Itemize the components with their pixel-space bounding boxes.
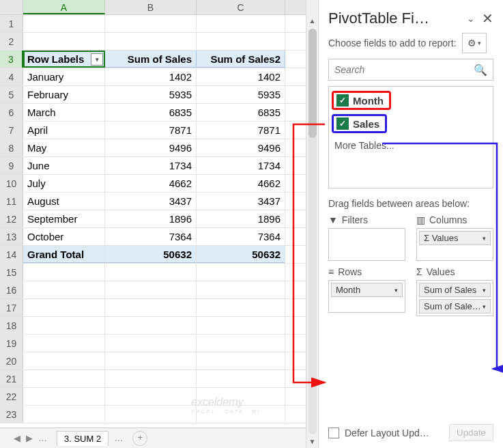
- checkbox-checked-icon[interactable]: ✓: [336, 117, 349, 130]
- col-header-b[interactable]: B: [105, 0, 197, 14]
- rows-dropzone[interactable]: Month▾: [328, 280, 405, 313]
- filter-dropdown-icon[interactable]: ▾: [91, 53, 103, 66]
- chevron-down-icon[interactable]: ⌄: [467, 13, 475, 24]
- chevron-down-icon[interactable]: ▾: [394, 287, 398, 294]
- cell[interactable]: 3437: [105, 193, 197, 210]
- cell[interactable]: 7364: [197, 228, 285, 245]
- filters-dropzone[interactable]: [328, 228, 405, 261]
- cell[interactable]: October: [23, 228, 105, 245]
- cell[interactable]: 9496: [105, 139, 197, 156]
- close-icon[interactable]: ✕: [482, 10, 493, 27]
- cell[interactable]: 1734: [105, 157, 197, 174]
- grid[interactable]: 1 2 3 Row Labels▾ Sum of Sales Sum of Sa…: [0, 15, 306, 428]
- chevron-down-icon[interactable]: ▾: [483, 303, 486, 310]
- row-header[interactable]: 5: [0, 86, 23, 103]
- col-header-c[interactable]: C: [197, 0, 285, 14]
- cell[interactable]: [23, 264, 105, 281]
- row-header[interactable]: 9: [0, 157, 23, 174]
- chevron-down-icon[interactable]: ▾: [483, 287, 486, 294]
- cell[interactable]: [197, 352, 285, 369]
- row-header[interactable]: 2: [0, 33, 23, 50]
- cell[interactable]: 6835: [197, 104, 285, 121]
- cell[interactable]: [23, 370, 105, 387]
- cell[interactable]: [23, 317, 105, 334]
- cell[interactable]: [23, 335, 105, 352]
- cell[interactable]: Sum of Sales: [105, 51, 197, 68]
- cell[interactable]: September: [23, 210, 105, 227]
- row-header[interactable]: 3: [0, 51, 23, 68]
- scroll-up-icon[interactable]: ▲: [309, 15, 316, 27]
- row-header[interactable]: 10: [0, 175, 23, 192]
- columns-dropzone[interactable]: Σ Values▾: [416, 228, 493, 261]
- cell[interactable]: March: [23, 104, 105, 121]
- row-header[interactable]: 15: [0, 264, 23, 281]
- columns-pill[interactable]: Σ Values▾: [419, 231, 491, 245]
- cell[interactable]: 5935: [105, 86, 197, 103]
- cell[interactable]: [105, 317, 197, 334]
- cell[interactable]: 1402: [105, 68, 197, 85]
- cell[interactable]: [197, 370, 285, 387]
- cell[interactable]: May: [23, 139, 105, 156]
- cell[interactable]: 1402: [197, 68, 285, 85]
- chevron-down-icon[interactable]: ▾: [483, 235, 486, 242]
- cell[interactable]: [23, 352, 105, 369]
- rows-pill-month[interactable]: Month▾: [331, 283, 403, 297]
- cell[interactable]: [105, 388, 197, 405]
- cell[interactable]: Grand Total: [23, 246, 105, 263]
- row-header[interactable]: 13: [0, 228, 23, 245]
- values-pill-2[interactable]: Sum of Sale…▾: [419, 299, 491, 313]
- cell[interactable]: [23, 15, 105, 32]
- row-header[interactable]: 18: [0, 317, 23, 334]
- cell[interactable]: [197, 281, 285, 298]
- cell[interactable]: [197, 264, 285, 281]
- row-header[interactable]: 17: [0, 299, 23, 316]
- cell[interactable]: February: [23, 86, 105, 103]
- cell[interactable]: [23, 388, 105, 405]
- update-button[interactable]: Update: [449, 424, 493, 441]
- cell[interactable]: [105, 335, 197, 352]
- cell[interactable]: 4662: [197, 175, 285, 192]
- row-header[interactable]: 14: [0, 246, 23, 263]
- cell[interactable]: June: [23, 157, 105, 174]
- row-header[interactable]: 7: [0, 122, 23, 139]
- cell[interactable]: 4662: [105, 175, 197, 192]
- row-header[interactable]: 19: [0, 335, 23, 352]
- cell[interactable]: 7871: [197, 122, 285, 139]
- row-header[interactable]: 4: [0, 68, 23, 85]
- cell[interactable]: [105, 352, 197, 369]
- more-tables-link[interactable]: More Tables...: [332, 137, 490, 154]
- cell[interactable]: 1896: [105, 210, 197, 227]
- row-header[interactable]: 12: [0, 210, 23, 227]
- cell[interactable]: [23, 33, 105, 50]
- cell[interactable]: [105, 33, 197, 50]
- cell[interactable]: 50632: [105, 246, 197, 263]
- cell[interactable]: [197, 317, 285, 334]
- row-header[interactable]: 6: [0, 104, 23, 121]
- cell[interactable]: [23, 406, 105, 423]
- col-header-a[interactable]: A: [23, 0, 105, 14]
- tab-nav-prev-icon[interactable]: ◀: [14, 433, 20, 443]
- field-sales[interactable]: ✓ Sales: [332, 114, 387, 133]
- cell[interactable]: [197, 388, 285, 405]
- cell[interactable]: 1734: [197, 157, 285, 174]
- checkbox-checked-icon[interactable]: ✓: [336, 94, 349, 107]
- cell[interactable]: 5935: [197, 86, 285, 103]
- row-header[interactable]: 23: [0, 406, 23, 423]
- cell[interactable]: 9496: [197, 139, 285, 156]
- row-header[interactable]: 11: [0, 193, 23, 210]
- scroll-track[interactable]: [308, 29, 317, 434]
- cell[interactable]: [105, 264, 197, 281]
- cell[interactable]: 6835: [105, 104, 197, 121]
- settings-button[interactable]: ⚙ ▾: [462, 33, 487, 53]
- cell[interactable]: [105, 15, 197, 32]
- cell[interactable]: [23, 299, 105, 316]
- cell[interactable]: 7364: [105, 228, 197, 245]
- row-header[interactable]: 8: [0, 139, 23, 156]
- cell[interactable]: 7871: [105, 122, 197, 139]
- cell[interactable]: [197, 406, 285, 423]
- sheet-tab-active[interactable]: 3. SUM 2: [57, 431, 109, 446]
- cell[interactable]: 1896: [197, 210, 285, 227]
- row-header[interactable]: 22: [0, 388, 23, 405]
- vertical-scrollbar[interactable]: ▲ ▼: [306, 0, 318, 448]
- defer-checkbox[interactable]: [328, 428, 339, 438]
